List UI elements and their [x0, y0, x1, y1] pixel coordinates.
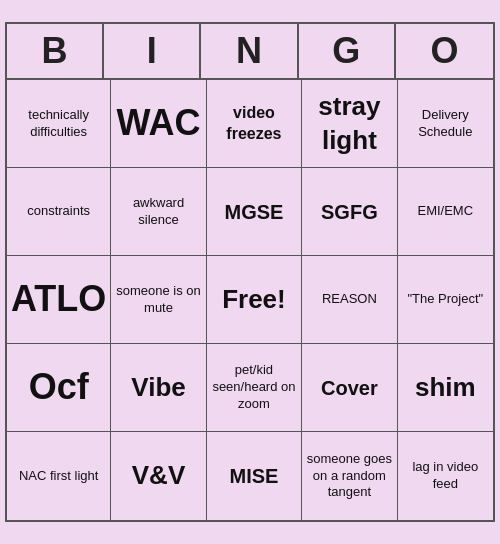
cell-text-18: Cover	[321, 375, 378, 401]
bingo-cell-12: Free!	[207, 256, 302, 344]
cell-text-3: stray light	[306, 90, 392, 158]
cell-text-9: EMI/EMC	[417, 203, 473, 220]
cell-text-15: Ocf	[29, 364, 89, 411]
bingo-cell-8: SGFG	[302, 168, 397, 256]
cell-text-5: constraints	[27, 203, 90, 220]
bingo-cell-24: lag in video feed	[398, 432, 493, 520]
bingo-cell-20: NAC first light	[7, 432, 111, 520]
bingo-cell-2: video freezes	[207, 80, 302, 168]
cell-text-1: WAC	[117, 100, 201, 147]
cell-text-24: lag in video feed	[402, 459, 489, 493]
cell-text-7: MGSE	[224, 199, 283, 225]
cell-text-19: shim	[415, 371, 476, 405]
bingo-cell-23: someone goes on a random tangent	[302, 432, 397, 520]
cell-text-4: Delivery Schedule	[402, 107, 489, 141]
bingo-cell-6: awkward silence	[111, 168, 206, 256]
bingo-cell-22: MISE	[207, 432, 302, 520]
bingo-cell-19: shim	[398, 344, 493, 432]
bingo-cell-10: ATLO	[7, 256, 111, 344]
cell-text-23: someone goes on a random tangent	[306, 451, 392, 502]
bingo-cell-3: stray light	[302, 80, 397, 168]
bingo-letter-I: I	[104, 24, 201, 78]
cell-text-0: technically difficulties	[11, 107, 106, 141]
bingo-letter-B: B	[7, 24, 104, 78]
bingo-cell-9: EMI/EMC	[398, 168, 493, 256]
bingo-cell-13: REASON	[302, 256, 397, 344]
bingo-letter-O: O	[396, 24, 493, 78]
cell-text-21: V&V	[132, 459, 185, 493]
bingo-letter-G: G	[299, 24, 396, 78]
bingo-cell-4: Delivery Schedule	[398, 80, 493, 168]
bingo-cell-18: Cover	[302, 344, 397, 432]
cell-text-12: Free!	[222, 283, 286, 317]
bingo-cell-21: V&V	[111, 432, 206, 520]
cell-text-6: awkward silence	[115, 195, 201, 229]
cell-text-14: "The Project"	[407, 291, 483, 308]
cell-text-2: video freezes	[211, 103, 297, 145]
bingo-cell-11: someone is on mute	[111, 256, 206, 344]
cell-text-8: SGFG	[321, 199, 378, 225]
bingo-cell-7: MGSE	[207, 168, 302, 256]
bingo-cell-0: technically difficulties	[7, 80, 111, 168]
bingo-cell-5: constraints	[7, 168, 111, 256]
cell-text-17: pet/kid seen/heard on zoom	[211, 362, 297, 413]
cell-text-22: MISE	[229, 463, 278, 489]
bingo-header: BINGO	[7, 24, 493, 80]
cell-text-13: REASON	[322, 291, 377, 308]
bingo-grid: technically difficultiesWACvideo freezes…	[7, 80, 493, 520]
bingo-cell-14: "The Project"	[398, 256, 493, 344]
cell-text-20: NAC first light	[19, 468, 98, 485]
bingo-card: BINGO technically difficultiesWACvideo f…	[5, 22, 495, 522]
bingo-cell-17: pet/kid seen/heard on zoom	[207, 344, 302, 432]
bingo-cell-1: WAC	[111, 80, 206, 168]
bingo-cell-15: Ocf	[7, 344, 111, 432]
cell-text-16: Vibe	[131, 371, 185, 405]
bingo-letter-N: N	[201, 24, 298, 78]
cell-text-10: ATLO	[11, 276, 106, 323]
bingo-cell-16: Vibe	[111, 344, 206, 432]
cell-text-11: someone is on mute	[115, 283, 201, 317]
